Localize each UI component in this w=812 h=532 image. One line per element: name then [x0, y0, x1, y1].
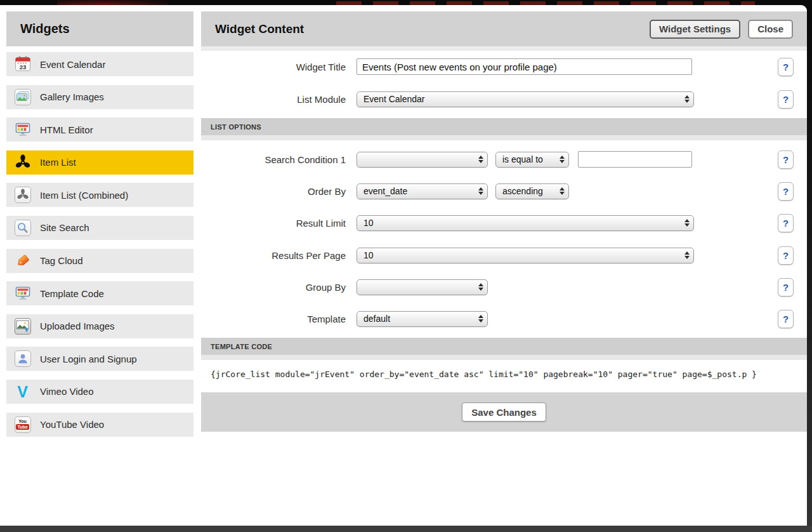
sidebar-item-label: Template Code — [40, 288, 104, 299]
search-condition-label: Search Condition 1 — [201, 154, 357, 165]
sidebar-item-label: Uploaded Images — [40, 321, 115, 331]
sidebar-item-label: Tag Cloud — [40, 255, 83, 266]
sidebar-item-event-calendar[interactable]: 23 Event Calendar — [6, 52, 193, 76]
section-divider — [201, 355, 807, 360]
template-code-section-header: TEMPLATE CODE — [201, 338, 807, 355]
widget-list: 23 Event Calendar Galle — [6, 52, 193, 437]
result-limit-row: Result Limit 10 ? — [201, 213, 807, 232]
dimmed-logo — [57, 0, 168, 5]
gallery-images-icon — [14, 88, 31, 105]
main-header: Widget Content Widget Settings Close — [201, 11, 807, 46]
results-per-page-row: Results Per Page 10 ? — [201, 246, 807, 265]
result-limit-label: Result Limit — [201, 218, 357, 229]
sidebar-item-label: Gallery Images — [40, 91, 104, 102]
search-condition-row: Search Condition 1 is equal to ? — [201, 150, 807, 169]
sidebar-item-user-login[interactable]: User Login and Signup — [6, 347, 193, 371]
order-by-row: Order By event_date ascending ? — [201, 182, 807, 201]
group-by-select[interactable] — [357, 279, 488, 295]
widget-title-label: Widget Title — [201, 62, 357, 72]
sidebar-item-site-search[interactable]: Site Search — [6, 216, 193, 240]
dimmed-top-navbar — [0, 0, 812, 5]
order-by-label: Order By — [201, 186, 357, 197]
item-list-icon — [14, 154, 31, 171]
template-row: Template default ? — [201, 309, 807, 328]
select-arrows-icon — [474, 283, 487, 291]
sidebar-item-gallery-images[interactable]: Gallery Images — [6, 85, 193, 109]
sidebar-header: Widgets — [6, 11, 193, 46]
select-arrows-icon — [474, 156, 487, 163]
save-changes-button[interactable]: Save Changes — [462, 402, 546, 422]
page-title: Widget Content — [215, 22, 650, 36]
youtube-icon: You Tube — [14, 416, 31, 433]
search-operator-select[interactable]: is equal to — [495, 152, 569, 168]
sidebar-item-youtube-video[interactable]: You Tube YouTube Video — [6, 413, 193, 437]
help-button[interactable]: ? — [778, 278, 794, 296]
search-field-select[interactable] — [357, 152, 488, 168]
group-by-row: Group By ? — [201, 277, 807, 296]
sidebar-item-label: Item List (Combined) — [40, 190, 128, 201]
select-arrows-icon — [474, 315, 487, 323]
select-arrows-icon — [680, 95, 693, 103]
form-footer: Save Changes — [201, 392, 807, 432]
html-editor-icon — [14, 121, 31, 138]
vimeo-icon: V — [14, 383, 31, 400]
sidebar-item-label: Vimeo Video — [40, 386, 94, 397]
select-arrows-icon — [555, 187, 568, 195]
item-list-combined-icon — [14, 187, 31, 204]
screen: Widgets 23 Event Calendar — [0, 0, 812, 532]
list-module-row: List Module Event Calendar ? — [201, 90, 807, 109]
order-by-direction-select[interactable]: ascending — [495, 183, 569, 199]
template-select[interactable]: default — [357, 311, 488, 327]
search-value-input[interactable] — [578, 151, 692, 168]
sidebar-item-template-code[interactable]: Template Code — [6, 281, 193, 305]
event-calendar-icon: 23 — [14, 56, 31, 73]
list-options-section-header: LIST OPTIONS — [201, 118, 807, 135]
svg-text:23: 23 — [19, 63, 26, 70]
help-button[interactable]: ? — [778, 310, 794, 328]
select-arrows-icon — [555, 156, 568, 163]
select-arrows-icon — [680, 251, 693, 259]
widget-settings-button[interactable]: Widget Settings — [650, 20, 740, 39]
site-search-icon — [14, 219, 31, 236]
list-module-select[interactable]: Event Calendar — [357, 91, 694, 107]
help-button[interactable]: ? — [778, 150, 794, 169]
help-button[interactable]: ? — [778, 246, 794, 265]
sidebar-item-html-editor[interactable]: HTML Editor — [6, 117, 193, 142]
results-per-page-select[interactable]: 10 — [357, 248, 694, 263]
sidebar-item-label: HTML Editor — [40, 124, 93, 135]
sidebar-item-label: Event Calendar — [40, 59, 105, 70]
widget-title-input[interactable] — [357, 58, 692, 75]
sidebar-item-label: Site Search — [40, 222, 89, 233]
sidebar-item-tag-cloud[interactable]: Tag Cloud — [6, 249, 193, 273]
widget-title-row: Widget Title ? — [201, 57, 807, 76]
sidebar-item-uploaded-images[interactable]: Uploaded Images — [6, 314, 193, 338]
tag-cloud-icon — [14, 252, 31, 269]
template-code-icon — [14, 285, 31, 302]
sidebar-item-vimeo-video[interactable]: V Vimeo Video — [6, 380, 193, 404]
header-divider — [201, 46, 807, 51]
help-button[interactable]: ? — [778, 58, 794, 76]
sidebar-item-label: User Login and Signup — [40, 354, 137, 364]
help-button[interactable]: ? — [778, 90, 794, 109]
dimmed-page-bottom — [0, 526, 812, 532]
sidebar-item-item-list[interactable]: Item List — [6, 150, 193, 175]
template-code-text: {jrCore_list module="jrEvent" order_by="… — [211, 369, 801, 379]
result-limit-select[interactable]: 10 — [357, 215, 694, 231]
sidebar-item-label: YouTube Video — [40, 419, 104, 430]
user-login-icon — [14, 350, 31, 368]
sidebar-item-label: Item List — [40, 157, 76, 168]
uploaded-images-icon — [14, 317, 31, 335]
order-by-field-select[interactable]: event_date — [357, 183, 488, 199]
close-button[interactable]: Close — [748, 20, 793, 39]
help-button[interactable]: ? — [778, 214, 794, 232]
results-per-page-label: Results Per Page — [201, 250, 357, 261]
widget-editor-modal: Widgets 23 Event Calendar — [0, 5, 807, 526]
select-arrows-icon — [680, 219, 693, 227]
sidebar-title: Widgets — [20, 22, 70, 36]
group-by-label: Group By — [201, 282, 357, 293]
list-module-label: List Module — [201, 94, 357, 105]
template-label: Template — [201, 314, 357, 324]
help-button[interactable]: ? — [778, 182, 794, 201]
section-divider — [201, 135, 807, 140]
sidebar-item-item-list-combined[interactable]: Item List (Combined) — [6, 183, 193, 207]
